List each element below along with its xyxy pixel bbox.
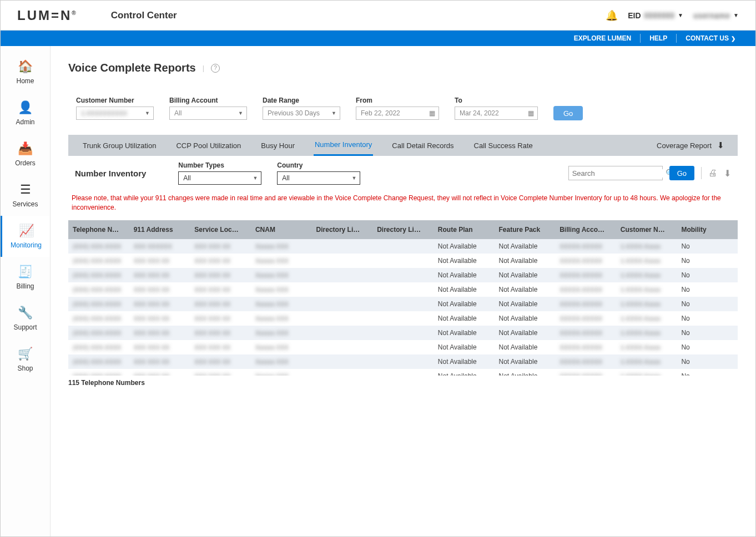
table-row[interactable]: (XXX) XXX-XXXXXXX XXX XXXXX XXX XXXxxxxx… xyxy=(68,354,738,369)
table-row[interactable]: (XXX) XXX-XXXXXXX XXXXXXXXX XXX XXXxxxxx… xyxy=(68,239,738,254)
table-row[interactable]: (XXX) XXX-XXXXXXX XXX XXXXX XXX XXXxxxxx… xyxy=(68,311,738,326)
username: username xyxy=(693,11,730,20)
table-column-header[interactable]: Feature Pack xyxy=(494,220,555,239)
sidebar-item-orders[interactable]: 📥Orders xyxy=(1,134,50,175)
table-body[interactable]: (XXX) XXX-XXXXXXX XXXXXXXXX XXX XXXxxxxx… xyxy=(68,239,738,376)
table-row[interactable]: (XXX) XXX-XXXXXXX XXX XXXXX XXX XXXxxxxx… xyxy=(68,297,738,311)
table-cell: 1-XXXX-Xxxxx xyxy=(616,354,677,369)
table-cell xyxy=(372,354,434,369)
help-link[interactable]: HELP xyxy=(641,34,676,42)
from-date-input[interactable]: Feb 22, 2022 ▦ xyxy=(356,107,439,120)
search-input-wrap: 🔍 xyxy=(568,166,663,180)
table-cell: Not Available xyxy=(494,326,555,340)
table-row[interactable]: (XXX) XXX-XXXXXXX XXX XXXXX XXX XXXxxxxx… xyxy=(68,326,738,340)
table-cell: 1-XXXX-Xxxxx xyxy=(616,311,677,326)
table-cell xyxy=(372,254,434,268)
separator xyxy=(701,167,702,179)
tab-call-detail-records[interactable]: Call Detail Records xyxy=(391,136,455,155)
table-column-header[interactable]: Service Loc… xyxy=(190,220,251,239)
date-range-select[interactable]: Previous 30 Days ▼ xyxy=(263,107,340,120)
calendar-icon: ▦ xyxy=(429,109,435,117)
inventory-table: Telephone N…911 AddressService Loc…CNAMD… xyxy=(68,220,738,376)
tab-number-inventory[interactable]: Number Inventory xyxy=(314,135,373,156)
table-cell: Not Available xyxy=(434,239,495,254)
sidebar-item-billing[interactable]: 🧾Billing xyxy=(1,257,50,298)
billing-account-select[interactable]: All ▼ xyxy=(169,107,247,120)
print-icon[interactable]: 🖨 xyxy=(708,168,717,178)
sidebar-item-label: Admin xyxy=(16,118,34,126)
search-go-button[interactable]: Go xyxy=(669,166,694,180)
customer-number-select[interactable]: 1-XXXXXXXXXX ▼ xyxy=(76,107,154,120)
country-select[interactable]: All ▼ xyxy=(277,171,360,185)
eid-dropdown[interactable]: EID 0000000 ▼ xyxy=(628,11,683,20)
table-row[interactable]: (XXX) XXX-XXXXXXX XXX XXXXX XXX XXXxxxxx… xyxy=(68,268,738,282)
sidebar-item-admin[interactable]: 👤Admin xyxy=(1,93,50,134)
sidebar-item-home[interactable]: 🏠Home xyxy=(1,52,50,93)
table-row[interactable]: (XXX) XXX-XXXXXXX XXX XXXXX XXX XXXxxxxx… xyxy=(68,254,738,268)
to-date-input[interactable]: Mar 24, 2022 ▦ xyxy=(455,107,538,120)
number-types-select[interactable]: All ▼ xyxy=(178,171,261,185)
table-cell: XXX XXX XX xyxy=(129,326,190,340)
table-column-header[interactable]: 911 Address xyxy=(129,220,190,239)
sidebar-item-support[interactable]: 🔧Support xyxy=(1,298,50,339)
table-cell xyxy=(312,282,373,297)
caret-down-icon: ▼ xyxy=(331,110,336,116)
sidebar-item-services[interactable]: ☰Services xyxy=(1,175,50,216)
download-icon[interactable]: ⬇ xyxy=(717,140,724,150)
table-column-header[interactable]: Mobility xyxy=(677,220,738,239)
sidebar-item-label: Orders xyxy=(15,159,36,167)
table-cell: (XXX) XXX-XXXX xyxy=(68,282,129,297)
help-icon[interactable]: ? xyxy=(211,64,220,73)
caret-down-icon: ▼ xyxy=(351,175,356,181)
table-cell: 1-XXXX-Xxxxx xyxy=(616,326,677,340)
user-dropdown[interactable]: username ▼ xyxy=(693,11,739,20)
sidebar-item-shop[interactable]: 🛒Shop xyxy=(1,339,50,380)
table-cell: XXX XXX XX xyxy=(190,311,251,326)
table-cell: Not Available xyxy=(434,340,495,354)
table-cell xyxy=(372,297,434,311)
contact-us-link[interactable]: CONTACT US❯ xyxy=(677,34,744,42)
table-cell xyxy=(312,369,373,376)
table-cell: Not Available xyxy=(434,297,495,311)
tab-busy-hour[interactable]: Busy Hour xyxy=(260,136,296,155)
go-button[interactable]: Go xyxy=(553,106,583,120)
table-column-header[interactable]: Telephone N… xyxy=(68,220,129,239)
logo: LUM=N® xyxy=(17,8,78,23)
table-column-header[interactable]: CNAM xyxy=(251,220,312,239)
search-input[interactable] xyxy=(572,169,666,178)
table-column-header[interactable]: Directory Li… xyxy=(312,220,373,239)
table-cell: Xxxxxx XXX xyxy=(251,282,312,297)
table-cell: (XXX) XXX-XXXX xyxy=(68,340,129,354)
tab-trunk-group-utilization[interactable]: Trunk Group Utilization xyxy=(82,136,157,155)
table-cell xyxy=(372,311,434,326)
shop-icon: 🛒 xyxy=(18,347,33,361)
sidebar-item-monitoring[interactable]: 📈Monitoring xyxy=(1,216,50,257)
table-row[interactable]: (XXX) XXX-XXXXXXX XXX XXXXX XXX XXXxxxxx… xyxy=(68,369,738,376)
side-navigation: 🏠Home👤Admin📥Orders☰Services📈Monitoring🧾B… xyxy=(1,46,51,536)
explore-lumen-link[interactable]: EXPLORE LUMEN xyxy=(565,34,640,42)
table-cell: (XXX) XXX-XXXX xyxy=(68,369,129,376)
table-column-header[interactable]: Billing Acco… xyxy=(555,220,616,239)
table-column-header[interactable]: Route Plan xyxy=(434,220,495,239)
table-column-header[interactable]: Directory Li… xyxy=(372,220,434,239)
table-cell: XXX XXX XX xyxy=(190,239,251,254)
table-column-header[interactable]: Customer N… xyxy=(616,220,677,239)
table-cell: No xyxy=(677,311,738,326)
table-cell: XXX XXX XX xyxy=(190,340,251,354)
notifications-icon[interactable]: 🔔 xyxy=(606,9,618,22)
tab-call-success-rate[interactable]: Call Success Rate xyxy=(473,136,534,155)
download-icon[interactable]: ⬇ xyxy=(724,168,731,179)
table-row[interactable]: (XXX) XXX-XXXXXXX XXX XXXXX XXX XXXxxxxx… xyxy=(68,340,738,354)
coverage-report-link[interactable]: Coverage Report xyxy=(657,141,712,150)
table-cell: (XXX) XXX-XXXX xyxy=(68,254,129,268)
table-row[interactable]: (XXX) XXX-XXXXXXX XXX XXXXX XXX XXXxxxxx… xyxy=(68,282,738,297)
support-icon: 🔧 xyxy=(18,306,33,320)
table-cell: 1-XXXX-Xxxxx xyxy=(616,297,677,311)
tab-ccp-pool-utilization[interactable]: CCP Pool Utilization xyxy=(175,136,242,155)
logo-reg-mark: ® xyxy=(72,10,77,16)
table-cell: Not Available xyxy=(434,282,495,297)
table-cell: XXXXX-XXXXX xyxy=(555,354,616,369)
table-cell: Not Available xyxy=(434,354,495,369)
filter-row: Customer Number 1-XXXXXXXXXX ▼ Billing A… xyxy=(68,97,738,120)
table-cell: (XXX) XXX-XXXX xyxy=(68,297,129,311)
